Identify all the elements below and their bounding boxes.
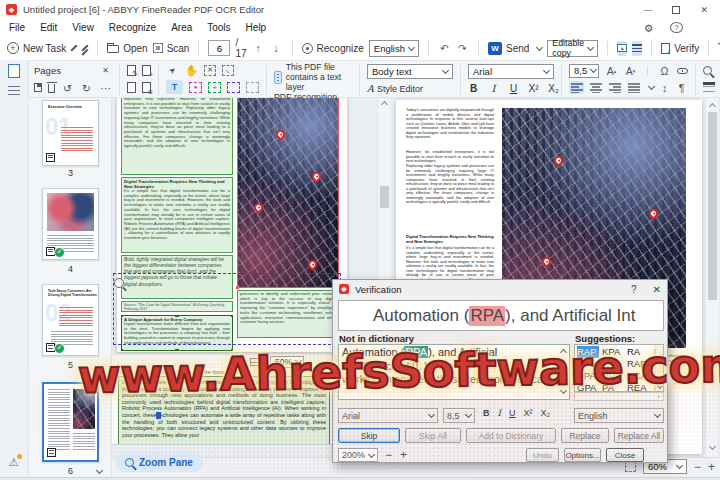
- page-thumbnail-4[interactable]: ✓: [42, 188, 99, 260]
- suggestion-item[interactable]: RCA: [627, 370, 654, 382]
- recognition-area-tool[interactable]: [227, 82, 240, 93]
- paragraph-style-select[interactable]: Body text: [367, 64, 453, 79]
- resize-area-icon[interactable]: ↔: [222, 65, 234, 76]
- dialog-subscript-button[interactable]: X₂: [541, 408, 551, 418]
- edit-page-icon[interactable]: ✎: [127, 65, 136, 76]
- text-area-region[interactable]: industries they represent. However, for …: [121, 98, 233, 175]
- scroll-up-icon[interactable]: [560, 349, 567, 356]
- dialog-font-size-select[interactable]: 8,5: [443, 408, 475, 423]
- verify-button[interactable]: ✓ Verify: [661, 43, 699, 54]
- dialog-superscript-button[interactable]: X²: [524, 408, 533, 418]
- layers-diamond-icon[interactable]: [82, 44, 89, 51]
- recognize-button[interactable]: Recognize: [302, 43, 364, 54]
- increase-font-icon[interactable]: A▴: [605, 64, 618, 77]
- open-button[interactable]: Open: [107, 43, 147, 54]
- add-to-dictionary-button[interactable]: Add to Dictionary: [466, 428, 556, 443]
- suggestion-item[interactable]: DPA: [577, 370, 602, 382]
- previous-page-icon[interactable]: ↑: [252, 42, 265, 55]
- warnings-indicator[interactable]: ⚠: [9, 456, 19, 469]
- more-options-icon[interactable]: ⋯: [99, 81, 112, 94]
- close-button[interactable]: ✕: [700, 5, 708, 15]
- suggestion-item[interactable]: RAPA: [627, 358, 654, 370]
- area-handle[interactable]: [231, 349, 233, 351]
- scan-button[interactable]: Scan: [153, 43, 190, 54]
- page-number-input[interactable]: [208, 40, 230, 56]
- text-area-region[interactable]: Source: "The Case for Digital Reinventio…: [121, 301, 233, 312]
- export-diamond-icon[interactable]: [71, 44, 78, 51]
- scrollbar-thumb[interactable]: [380, 186, 389, 208]
- special-character-icon[interactable]: Ω: [658, 64, 671, 77]
- zoom-pane-button[interactable]: Zoom Pane: [115, 452, 203, 472]
- highlight-text-icon[interactable]: [703, 82, 715, 92]
- hyperlink-icon[interactable]: [677, 68, 688, 74]
- hand-pan-icon[interactable]: ✋: [185, 64, 198, 77]
- area-handle[interactable]: [236, 286, 239, 289]
- scrollbar-thumb[interactable]: [708, 112, 717, 300]
- decrease-font-icon[interactable]: A▾: [624, 64, 637, 77]
- page-thumbnail-3[interactable]: 01 Executive Overview: [42, 100, 99, 166]
- skip-all-button[interactable]: Skip All: [405, 428, 461, 443]
- menu-edit[interactable]: Edit: [40, 22, 57, 33]
- text-area-tool[interactable]: T: [166, 80, 183, 94]
- superscript-button[interactable]: X²: [528, 83, 539, 94]
- align-justify-button[interactable]: [626, 81, 641, 94]
- redo-icon[interactable]: ↷: [456, 42, 469, 55]
- zoom-pane-zoom-select[interactable]: 50%: [270, 356, 304, 368]
- image-area-tool[interactable]: ●: [189, 82, 202, 93]
- replace-all-button[interactable]: Replace All: [614, 428, 664, 443]
- export-format-select[interactable]: Editable copy: [547, 40, 598, 57]
- dialog-underline-button[interactable]: U: [509, 408, 516, 418]
- suggestion-item[interactable]: NPA: [602, 370, 627, 382]
- minimize-button[interactable]: —: [643, 5, 652, 15]
- scroll-right-icon[interactable]: ›: [655, 394, 662, 399]
- selected-text-area-region[interactable]: A Unique Approach for Every Company Digi…: [121, 315, 233, 351]
- dialog-zoom-in[interactable]: +: [400, 448, 407, 462]
- dialog-help-button[interactable]: ?: [631, 284, 637, 295]
- select-cursor-icon[interactable]: ➤: [163, 61, 181, 79]
- suggestion-item[interactable]: PA: [602, 382, 627, 392]
- font-size-select[interactable]: 8,5: [569, 64, 599, 78]
- page-settings-icon[interactable]: ⚙: [142, 82, 151, 93]
- scroll-down-icon[interactable]: [560, 387, 567, 394]
- list-view-tab[interactable]: [8, 86, 20, 96]
- dialog-language-select[interactable]: English: [574, 408, 664, 423]
- skip-button[interactable]: Skip: [338, 428, 400, 443]
- image-area-region[interactable]: [237, 98, 339, 288]
- page-thumbnail-5[interactable]: 02 Tech Savvy Customers Are Driving Digi…: [42, 284, 99, 356]
- send-to-word-button[interactable]: W Send: [488, 42, 542, 55]
- subscript-button[interactable]: X₂: [548, 83, 559, 94]
- close-dialog-button[interactable]: Close: [606, 448, 644, 462]
- suggestion-item-selected[interactable]: RAP: [577, 346, 599, 358]
- dialog-zoom-select[interactable]: 200%: [338, 448, 378, 462]
- scroll-down-icon[interactable]: [709, 443, 716, 450]
- suggestions-hscrollbar[interactable]: ›: [574, 392, 664, 401]
- suggestion-item[interactable]: KPA: [602, 346, 627, 358]
- paragraph-marks-icon[interactable]: ¶: [675, 81, 688, 94]
- align-right-button[interactable]: [607, 81, 622, 94]
- dialog-font-select[interactable]: Arial: [338, 408, 438, 423]
- next-page-icon[interactable]: ↓: [270, 42, 283, 55]
- menu-help[interactable]: Help: [246, 22, 267, 33]
- add-page-icon[interactable]: +: [142, 65, 151, 76]
- suggestions-scrollbar[interactable]: [655, 344, 664, 392]
- line-spacing-icon[interactable]: ↕: [658, 81, 671, 94]
- menu-file[interactable]: File: [9, 22, 25, 33]
- table-area-tool[interactable]: +: [208, 82, 221, 93]
- scroll-up-icon[interactable]: [709, 103, 716, 110]
- bold-button[interactable]: B: [468, 83, 479, 94]
- suggestion-item[interactable]: MPA: [602, 358, 627, 370]
- image-view-toggle[interactable]: ▲: [617, 41, 627, 56]
- save-icon[interactable]: [34, 83, 42, 92]
- rotate-left-icon[interactable]: ↺: [61, 81, 74, 94]
- help-icon[interactable]: ?: [670, 22, 683, 33]
- zoom-pane-layout-icon[interactable]: [250, 358, 260, 366]
- dialog-bold-button[interactable]: B: [483, 408, 490, 418]
- preview-page-icon[interactable]: [127, 82, 136, 93]
- delete-area-icon[interactable]: ✕: [204, 65, 216, 76]
- align-center-button[interactable]: [588, 81, 603, 94]
- rotate-right-icon[interactable]: ↻: [80, 81, 93, 94]
- dialog-italic-button[interactable]: I: [498, 408, 502, 418]
- menu-area[interactable]: Area: [171, 22, 192, 33]
- suggestion-item[interactable]: GPA: [577, 382, 602, 392]
- text-view-scrollbar[interactable]: [705, 98, 718, 457]
